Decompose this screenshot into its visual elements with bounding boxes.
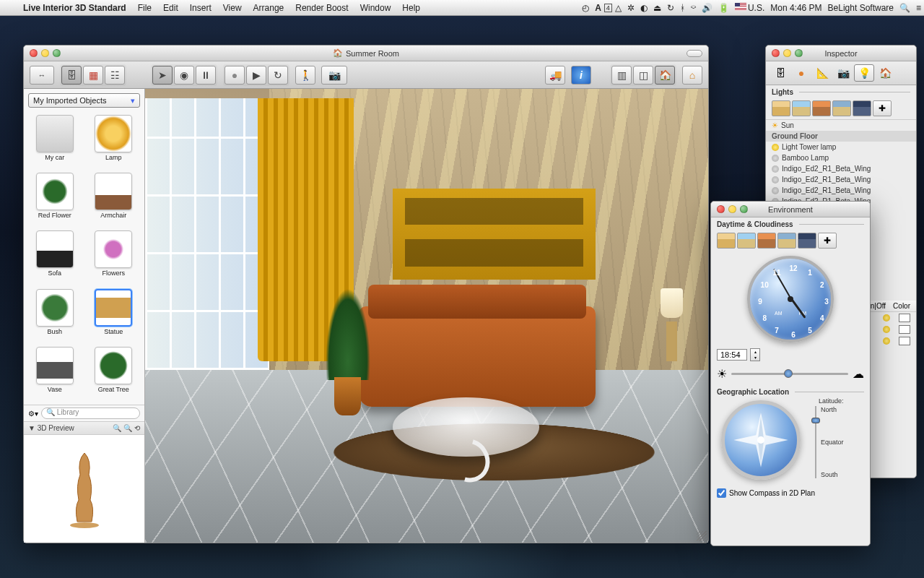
notification-center-icon[interactable]: ≡: [913, 3, 924, 13]
preview-3d-area[interactable]: [24, 434, 144, 543]
record-button[interactable]: ●: [225, 66, 245, 85]
viewport-3d[interactable]: [145, 89, 708, 543]
zoom-button[interactable]: [53, 49, 61, 57]
light-sun-row[interactable]: ☀Sun: [766, 120, 916, 131]
library-item[interactable]: Great Tree: [86, 347, 142, 402]
environment-titlebar[interactable]: Environment: [711, 202, 870, 217]
inspector-titlebar[interactable]: Inspector: [766, 46, 916, 61]
tool-pan-button[interactable]: ⏸: [196, 66, 216, 85]
menubar-company[interactable]: BeLight Software: [825, 3, 897, 13]
preset-night[interactable]: [798, 233, 816, 249]
tab-measure-icon[interactable]: 📐: [812, 64, 832, 82]
status-num-icon[interactable]: 4: [604, 4, 612, 12]
compass-control[interactable]: [721, 400, 801, 480]
library-item[interactable]: Lamp: [86, 115, 142, 170]
trimble-button[interactable]: 🚚: [545, 66, 565, 85]
preset-morning[interactable]: [772, 100, 790, 116]
light-row[interactable]: Indigo_Ed2_R1_Beta_Wing: [766, 174, 916, 185]
light-row[interactable]: Indigo_Ed2_R1_Beta_Wing: [766, 163, 916, 174]
library-search-input[interactable]: 🔍 Library: [41, 407, 140, 419]
library-item[interactable]: Bush: [27, 289, 83, 344]
tool-arrow-button[interactable]: ➤: [152, 66, 173, 85]
home-button[interactable]: ⌂: [682, 66, 702, 85]
view-2d-button[interactable]: ▥: [611, 66, 632, 85]
loop-button[interactable]: ↻: [268, 66, 288, 85]
gear-icon[interactable]: ⚙▾: [28, 410, 38, 418]
color-swatch[interactable]: [899, 325, 910, 334]
library-item[interactable]: Armchair: [86, 173, 142, 228]
preset-noon[interactable]: [737, 233, 756, 249]
main-titlebar[interactable]: 🏠 Summer Room: [24, 46, 708, 61]
view-split-button[interactable]: ◫: [633, 66, 653, 85]
preset-sunset[interactable]: [812, 100, 831, 116]
time-stepper[interactable]: ▴▾: [750, 348, 760, 361]
status-display-icon[interactable]: ◐: [637, 3, 650, 13]
menubar-clock[interactable]: Mon 4:46 PM: [767, 3, 824, 13]
preset-add-button[interactable]: ✚: [873, 100, 892, 116]
tab-materials-icon[interactable]: ●: [791, 64, 811, 82]
light-row[interactable]: Light Tower lamp: [766, 142, 916, 152]
color-swatch[interactable]: [899, 314, 910, 322]
menu-edit[interactable]: Edit: [157, 3, 184, 13]
panel-library-button[interactable]: 🗄: [61, 66, 82, 85]
status-adobe-icon[interactable]: A: [592, 3, 604, 13]
panel-tree-button[interactable]: ☷: [105, 66, 125, 85]
color-swatch[interactable]: [899, 337, 910, 345]
status-icon[interactable]: ◴: [579, 3, 592, 13]
status-eject-icon[interactable]: ⏏: [650, 3, 664, 13]
latitude-slider[interactable]: [811, 406, 821, 478]
preset-night[interactable]: [853, 100, 871, 116]
info-button[interactable]: i: [571, 66, 591, 85]
traffic-lights[interactable]: [24, 49, 66, 57]
status-wifi-icon[interactable]: ⌔: [688, 3, 699, 13]
light-row[interactable]: Bamboo Lamp: [766, 152, 916, 163]
tool-orbit-button[interactable]: ◉: [174, 66, 194, 85]
back-forward-button[interactable]: ↔: [30, 66, 54, 85]
minimize-button[interactable]: [41, 49, 49, 57]
time-input[interactable]: [717, 349, 747, 361]
menu-window[interactable]: Window: [354, 3, 397, 13]
light-row[interactable]: Indigo_Ed2_R1_Beta_Wing: [766, 185, 916, 196]
preview-header[interactable]: ▼ 3D Preview 🔍 🔍 ⟲: [24, 421, 144, 434]
preview-zoom-controls[interactable]: 🔍 🔍 ⟲: [113, 424, 140, 432]
status-locale[interactable]: U.S.: [732, 3, 767, 13]
preset-morning[interactable]: [717, 233, 736, 249]
tab-camera-icon[interactable]: 📷: [833, 64, 853, 82]
minimize-button[interactable]: [783, 49, 791, 57]
preset-add-button[interactable]: ✚: [818, 233, 837, 249]
menu-insert[interactable]: Insert: [184, 3, 217, 13]
menu-view[interactable]: View: [217, 3, 248, 13]
tab-lights-icon[interactable]: 💡: [854, 64, 874, 82]
preset-noon[interactable]: [792, 100, 811, 116]
toolbar-toggle[interactable]: [687, 50, 702, 57]
close-button[interactable]: [717, 205, 725, 213]
library-item[interactable]: Vase: [27, 347, 83, 402]
tab-furniture-icon[interactable]: 🗄: [770, 64, 790, 82]
preset-sunset[interactable]: [757, 233, 776, 249]
cloudiness-slider[interactable]: [731, 373, 848, 375]
library-item[interactable]: Statue: [86, 289, 142, 344]
menu-help[interactable]: Help: [396, 3, 426, 13]
panel-materials-button[interactable]: ▦: [83, 66, 103, 85]
menu-arrange[interactable]: Arrange: [248, 3, 290, 13]
close-button[interactable]: [30, 49, 38, 57]
preset-dusk[interactable]: [832, 100, 851, 116]
menu-file[interactable]: File: [132, 3, 157, 13]
walk-button[interactable]: 🚶: [295, 66, 315, 85]
library-item[interactable]: My car: [27, 115, 83, 170]
status-volume-icon[interactable]: 🔊: [699, 3, 715, 13]
status-bluetooth-icon[interactable]: ᚼ: [677, 3, 688, 13]
zoom-button[interactable]: [795, 49, 803, 57]
resize-handle[interactable]: [697, 531, 707, 541]
tab-building-icon[interactable]: 🏠: [875, 64, 895, 82]
zoom-button[interactable]: [740, 205, 748, 213]
library-item[interactable]: Sofa: [27, 230, 83, 285]
status-drive-icon[interactable]: △: [612, 3, 624, 13]
status-sync-icon[interactable]: ✲: [624, 3, 637, 13]
library-item[interactable]: Red Flower: [27, 173, 83, 228]
preset-dusk[interactable]: [777, 233, 796, 249]
minimize-button[interactable]: [728, 205, 736, 213]
app-menu[interactable]: Live Interior 3D Standard: [17, 3, 132, 13]
view-3d-button[interactable]: 🏠: [655, 66, 675, 85]
snapshot-button[interactable]: 📷: [321, 66, 347, 85]
